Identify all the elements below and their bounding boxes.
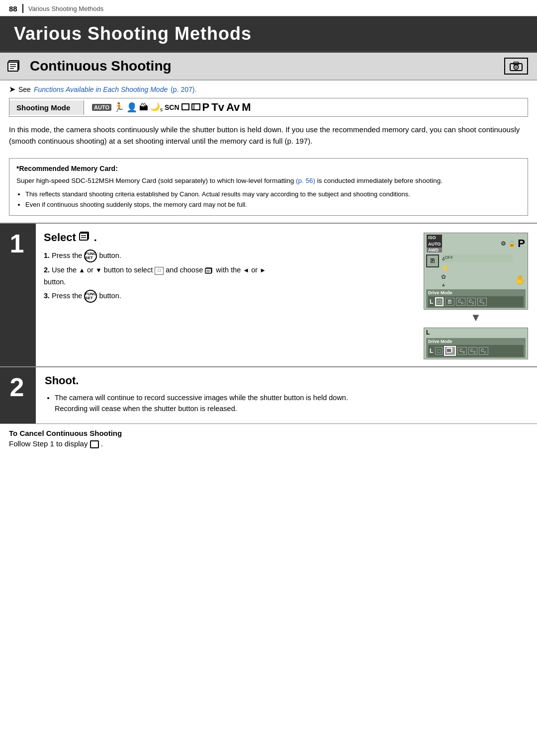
camera-icon-svg	[509, 61, 523, 72]
note-link: (p. 56)	[296, 177, 315, 184]
camera-screen-1: ISO AUTO AWD ⚙ 🔒 P 🖹	[424, 233, 528, 310]
func-btn-2: FUNCSET	[84, 290, 97, 303]
dm2-cc: Ċc	[479, 347, 488, 355]
dm-L: L	[430, 298, 433, 305]
intro-body: In this mode, the camera shoots continuo…	[9, 125, 520, 145]
note-body2: is conducted immediately before shooting…	[315, 177, 443, 184]
step-2-body: The camera will continue to record succe…	[45, 392, 528, 415]
iso-value: AUTO	[427, 241, 442, 248]
step-1-instructions: 1. Press the FUNCSET button. 2. Use the …	[44, 250, 417, 302]
svg-rect-22	[447, 348, 451, 352]
dm2-single: □	[435, 347, 443, 355]
mode-av: Av	[226, 101, 240, 114]
screen-top: ISO AUTO AWD ⚙ 🔒 P	[424, 233, 528, 253]
svg-point-9	[516, 67, 517, 68]
step1-continuous-icon	[79, 231, 91, 245]
dm-cc: Ċc	[477, 298, 486, 306]
svg-rect-10	[182, 104, 189, 110]
drive-mode-icons-1: L □ 🖹 Ċ0 Ċ2 Ċc	[428, 296, 524, 307]
sub-step-3: 3. Press the FUNCSET button.	[44, 290, 417, 303]
step2-bullet-1: The camera will continue to record succe…	[55, 392, 528, 415]
mode-landscape-icon: 🏔	[139, 102, 148, 113]
camera-mode-box	[504, 58, 528, 75]
dm2-c2: Ċ2	[468, 347, 478, 355]
arrow-up-icon: ▲	[79, 266, 85, 274]
camera-screen-container: ISO AUTO AWD ⚙ 🔒 P 🖹	[424, 231, 528, 359]
cancel-icon	[90, 439, 101, 448]
page-number: 88	[9, 4, 17, 13]
mode-square-icon	[181, 103, 189, 112]
lock-icon: 🔒	[508, 240, 516, 247]
screen-params: 4OFF ⚡ ✿ ▲	[439, 254, 515, 287]
cancel-body: Follow Step 1 to display .	[9, 439, 528, 448]
hand-icon-col: ✋	[515, 254, 526, 287]
dm2-c0: Ċ0	[457, 347, 467, 355]
4off-label: 4OFF	[441, 254, 513, 262]
dm-c2: Ċ2	[467, 298, 476, 306]
see-text: See	[18, 85, 31, 93]
drive-mode-label-2: Drive Mode	[428, 339, 524, 344]
note-title: *Recommended Memory Card:	[16, 164, 521, 174]
mode-sports-icon: 🏃	[113, 102, 124, 113]
svg-rect-11	[192, 104, 200, 110]
mode-tv: Tv	[211, 101, 224, 114]
p-mode-badge: P	[518, 237, 525, 250]
step-1-number: 1	[0, 224, 36, 366]
main-title: Various Shooting Methods	[14, 23, 523, 44]
step1-cont-icon-inline	[205, 266, 216, 274]
awd-label: AWD	[427, 248, 442, 252]
macro-icon: ✿	[441, 273, 513, 280]
note-bullets: This reflects standard shooting criteria…	[16, 190, 521, 210]
mode-night-icon: 🌙s	[150, 102, 163, 112]
svg-rect-18	[205, 268, 211, 273]
svg-rect-23	[90, 441, 98, 448]
section-heading: Continuous Shooting	[0, 51, 537, 81]
arrow-down-icon: ▼	[95, 266, 102, 274]
drive-mode-section-1: Drive Mode L □ 🖹 Ċ0 Ċ2 Ċc	[426, 289, 526, 308]
flash-icon: ⚡	[441, 264, 513, 272]
title-banner: Various Shooting Methods	[0, 16, 537, 51]
step-2-title: Shoot.	[45, 374, 528, 387]
intro-text: In this mode, the camera shoots continuo…	[0, 124, 537, 153]
mode-rect2-icon	[191, 103, 200, 112]
sub-step-1: 1. Press the FUNCSET button.	[44, 250, 417, 262]
down-arrow: ▼	[424, 310, 528, 326]
shooting-mode-label: Shooting Mode	[9, 100, 84, 115]
dm-c0: Ċ0	[456, 298, 465, 306]
mode-portrait-icon: 👤	[126, 102, 137, 113]
ref-link: Functions Available in Each Shooting Mod…	[34, 85, 168, 93]
mode-scn-badge: SCN	[165, 103, 179, 111]
dm2-L: L	[430, 347, 433, 354]
screen-top-right: ⚙ 🔒 P	[501, 237, 525, 250]
camera-screen-2: L Drive Mode L □ Ċ0 Ċ2	[424, 328, 528, 359]
dm2-cont-active	[444, 346, 456, 356]
shooting-mode-bar: Shooting Mode AUTO 🏃 👤 🏔 🌙s SCN P Tv Av …	[9, 98, 528, 117]
cancel-text: Follow Step 1 to display	[9, 439, 88, 448]
func-btn-1: FUNCSET	[84, 250, 97, 262]
screen2-L: L	[426, 329, 430, 336]
step-1-content: Select . 1. Press the FUNCSET button.	[36, 224, 537, 366]
shooting-mode-icons: AUTO 🏃 👤 🏔 🌙s SCN P Tv Av M	[84, 98, 259, 116]
ref-page: (p. 207).	[171, 85, 196, 93]
note-bullet-2: Even if continuous shooting suddenly sto…	[25, 200, 521, 210]
note-box: *Recommended Memory Card: Super high-spe…	[9, 158, 528, 216]
arrow-left-icon: ◄	[243, 266, 249, 274]
dm-cont: 🖹	[445, 298, 454, 306]
step-1-text: Select . 1. Press the FUNCSET button.	[44, 231, 417, 359]
screen-middle: 🖹 4OFF ⚡ ✿ ▲ ✋	[424, 253, 528, 288]
page-header: 88 Various Shooting Methods	[0, 0, 537, 16]
header-title: Various Shooting Methods	[28, 5, 104, 12]
auto-mode-badge: AUTO	[92, 104, 111, 111]
step1-title-period: .	[94, 231, 97, 244]
arrow-right-inline-icon: ►	[260, 266, 266, 274]
svg-rect-14	[80, 233, 88, 240]
cancel-section: To Cancel Continuous Shooting Follow Ste…	[0, 423, 537, 454]
drive-mode-section-2: Drive Mode L □ Ċ0 Ċ2 Ċc	[426, 338, 526, 358]
continuous-shoot-icon	[7, 59, 23, 74]
triangle-icon: ▲	[441, 282, 513, 287]
see-reference: ➤ See Functions Available in Each Shooti…	[0, 81, 537, 98]
header-divider	[22, 4, 23, 13]
dm-single-active: □	[435, 297, 444, 306]
step-1-title: Select .	[44, 231, 417, 245]
hand-icon: ✋	[515, 274, 526, 285]
